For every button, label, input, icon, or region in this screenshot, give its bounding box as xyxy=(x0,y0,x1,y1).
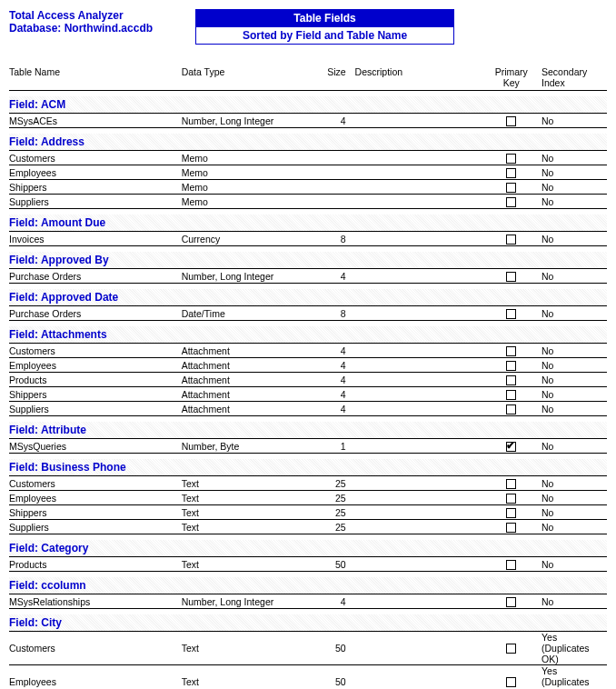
cell-primary-key xyxy=(487,477,536,489)
cell-primary-key xyxy=(487,344,536,356)
cell-secondary-index: No xyxy=(536,308,607,319)
checkbox-checked-icon xyxy=(506,442,516,452)
cell-secondary-index: No xyxy=(536,360,607,371)
checkbox-unchecked-icon xyxy=(506,560,516,570)
cell-table-name: Invoices xyxy=(9,234,182,245)
cell-secondary-index: No xyxy=(536,559,607,570)
cell-size: 25 xyxy=(317,507,350,518)
cell-secondary-index: No xyxy=(536,404,607,414)
checkbox-unchecked-icon xyxy=(506,494,516,504)
cell-size: 50 xyxy=(317,559,350,570)
cell-table-name: Suppliers xyxy=(9,404,182,414)
header-left: Total Access Analyzer Database: Northwin… xyxy=(9,9,195,35)
cell-primary-key xyxy=(487,492,536,504)
db-label-prefix: Database: xyxy=(9,22,65,35)
cell-data-type: Date/Time xyxy=(182,308,317,319)
checkbox-unchecked-icon xyxy=(506,168,516,178)
checkbox-unchecked-icon xyxy=(506,346,516,356)
cell-data-type: Memo xyxy=(182,182,317,193)
cell-size: 25 xyxy=(317,478,350,489)
cell-secondary-index: No xyxy=(536,115,607,126)
cell-data-type: Attachment xyxy=(182,404,317,414)
report-title: Table Fields xyxy=(195,9,454,27)
checkbox-unchecked-icon xyxy=(506,183,516,193)
table-row: MSysQueriesNumber, Byte1No xyxy=(9,439,607,454)
field-group-header: Field: Attachments xyxy=(9,326,607,344)
cell-data-type: Text xyxy=(182,559,317,570)
table-row: InvoicesCurrency8No xyxy=(9,232,607,246)
table-row: ShippersText25No xyxy=(9,505,607,520)
field-group-header: Field: Address xyxy=(9,134,607,151)
checkbox-unchecked-icon xyxy=(506,361,516,371)
cell-secondary-index: No xyxy=(536,153,607,164)
cell-table-name: Shippers xyxy=(9,182,182,193)
cell-secondary-index: Yes (Duplicates OK) xyxy=(536,665,607,689)
field-group: Field: AttributeMSysQueriesNumber, Byte1… xyxy=(9,422,607,454)
checkbox-unchecked-icon xyxy=(506,404,516,414)
cell-primary-key xyxy=(487,166,536,178)
cell-table-name: Customers xyxy=(9,153,182,164)
cell-size: 1 xyxy=(317,441,350,452)
cell-primary-key xyxy=(487,152,536,164)
table-row: CustomersText25No xyxy=(9,476,607,491)
table-row: SuppliersAttachment4No xyxy=(9,402,607,416)
field-group: Field: AddressCustomersMemoNoEmployeesMe… xyxy=(9,134,607,209)
cell-size: 25 xyxy=(317,522,350,533)
field-group: Field: ccolumnMSysRelationshipsNumber, L… xyxy=(9,577,607,609)
cell-size: 4 xyxy=(317,345,350,356)
table-row: MSysACEsNumber, Long Integer4No xyxy=(9,114,607,128)
field-group: Field: AttachmentsCustomersAttachment4No… xyxy=(9,326,607,416)
cell-secondary-index: No xyxy=(536,441,607,452)
col-header-desc: Description xyxy=(350,66,487,88)
cell-size: 4 xyxy=(317,360,350,371)
field-group-header: Field: Approved By xyxy=(9,252,607,269)
cell-primary-key xyxy=(487,181,536,193)
groups-container: Field: ACMMSysACEsNumber, Long Integer4N… xyxy=(9,96,607,689)
checkbox-unchecked-icon xyxy=(506,197,516,207)
checkbox-unchecked-icon xyxy=(506,508,516,518)
cell-size: 4 xyxy=(317,115,350,126)
table-row: CustomersText50Yes (Duplicates OK) xyxy=(9,632,607,665)
field-group-header: Field: Category xyxy=(9,540,607,557)
checkbox-unchecked-icon xyxy=(506,272,516,282)
cell-table-name: Shippers xyxy=(9,507,182,518)
cell-table-name: MSysQueries xyxy=(9,441,182,452)
checkbox-unchecked-icon xyxy=(506,644,516,654)
cell-primary-key xyxy=(487,115,536,126)
table-row: CustomersAttachment4No xyxy=(9,344,607,358)
table-row: SuppliersText25No xyxy=(9,520,607,534)
table-row: ProductsAttachment4No xyxy=(9,373,607,387)
field-group: Field: Business PhoneCustomersText25NoEm… xyxy=(9,459,607,534)
cell-table-name: Suppliers xyxy=(9,522,182,533)
field-group-header: Field: City xyxy=(9,614,607,632)
cell-table-name: Purchase Orders xyxy=(9,308,182,319)
cell-secondary-index: No xyxy=(536,389,607,400)
field-group-header: Field: Amount Due xyxy=(9,215,607,232)
cell-secondary-index: No xyxy=(536,167,607,178)
cell-secondary-index: Yes (Duplicates OK) xyxy=(536,632,607,664)
report-header: Total Access Analyzer Database: Northwin… xyxy=(9,9,607,45)
cell-secondary-index: No xyxy=(536,596,607,607)
table-row: EmployeesText50Yes (Duplicates OK) xyxy=(9,665,607,689)
field-group: Field: Approved DatePurchase OrdersDate/… xyxy=(9,289,607,321)
cell-table-name: Customers xyxy=(9,478,182,489)
field-group-header: Field: ACM xyxy=(9,96,607,114)
column-headers: Table Name Data Type Size Description Pr… xyxy=(9,66,607,91)
checkbox-unchecked-icon xyxy=(506,479,516,489)
cell-primary-key xyxy=(487,558,536,570)
col-header-type: Data Type xyxy=(182,66,317,88)
cell-size: 25 xyxy=(317,493,350,504)
table-row: EmployeesText25No xyxy=(9,491,607,505)
cell-table-name: Suppliers xyxy=(9,196,182,207)
cell-secondary-index: No xyxy=(536,345,607,356)
table-row: Purchase OrdersDate/Time8No xyxy=(9,306,607,321)
cell-secondary-index: No xyxy=(536,374,607,385)
report-subtitle: Sorted by Field and Table Name xyxy=(195,27,454,45)
table-row: MSysRelationshipsNumber, Long Integer4No xyxy=(9,594,607,609)
cell-data-type: Number, Byte xyxy=(182,441,317,452)
cell-data-type: Text xyxy=(182,676,317,687)
field-group: Field: Amount DueInvoicesCurrency8No xyxy=(9,215,607,246)
cell-primary-key xyxy=(487,270,536,282)
field-group: Field: Approved ByPurchase OrdersNumber,… xyxy=(9,252,607,284)
cell-size: 8 xyxy=(317,308,350,319)
